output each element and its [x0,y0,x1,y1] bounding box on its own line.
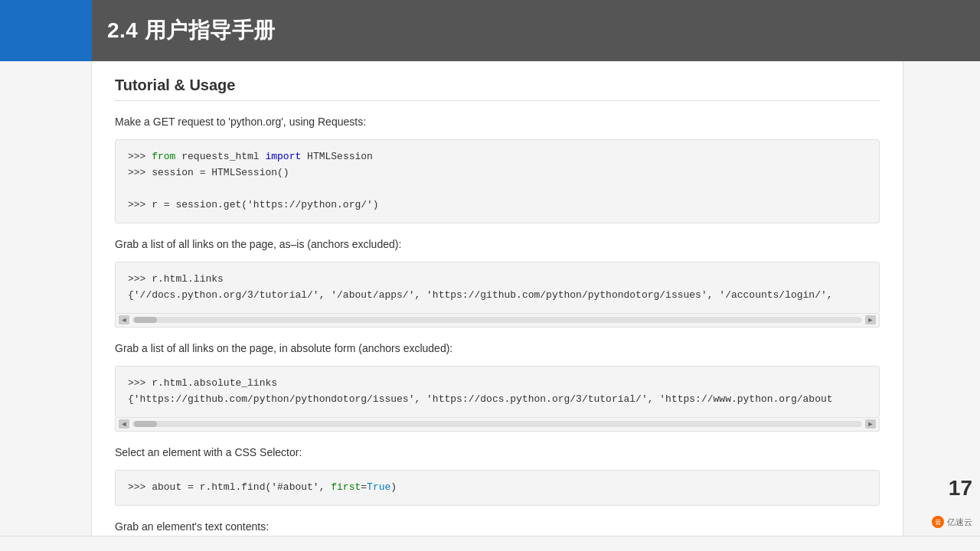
main-area: Tutorial & Usage Make a GET request to '… [0,61,980,536]
content-area: Tutorial & Usage Make a GET request to '… [92,61,903,536]
scrollbar-track[interactable] [132,317,862,323]
watermark-logo: 云 [932,516,944,528]
scroll-left-arrow[interactable]: ◄ [119,315,129,324]
page-number: 17 [949,476,972,500]
description-4: Select an element with a CSS Selector: [115,444,880,461]
right-panel: 17 云 亿速云 [903,61,980,536]
code-line: >>> session = HTMLSession() [128,165,867,181]
scrollbar-thumb-2 [134,421,157,427]
scroll-left-arrow-2[interactable]: ◄ [119,419,129,429]
scroll-right-arrow[interactable]: ► [865,315,876,324]
scrollbar-track-2[interactable] [132,421,862,427]
code-block-1: >>> from requests_html import HTMLSessio… [115,139,880,223]
header-title: 2.4 用户指导手册 [92,16,276,45]
code-block-2: >>> r.html.links {'//docs.python.org/3/t… [115,262,880,314]
scrollbar-2[interactable]: ◄ ► [115,314,880,328]
description-1: Make a GET request to 'python.org', usin… [115,113,880,130]
left-sidebar [0,61,92,536]
code-line [128,181,867,197]
watermark: 云 亿速云 [932,516,972,528]
code-line: >>> from requests_html import HTMLSessio… [128,149,867,165]
scroll-right-arrow-2[interactable]: ► [865,419,876,429]
description-5: Grab an element's text contents: [115,518,880,535]
code-line: >>> r.html.absolute_links [128,376,867,392]
code-line: {'//docs.python.org/3/tutorial/', '/abou… [128,288,867,304]
code-line: {'https://github.com/python/pythondotorg… [128,392,867,408]
scrollbar-3[interactable]: ◄ ► [115,418,880,432]
code-block-3: >>> r.html.absolute_links {'https://gith… [115,366,880,418]
description-3: Grab a list of all links on the page, in… [115,340,880,357]
section-title: Tutorial & Usage [115,77,880,101]
code-line: >>> about = r.html.find('#about', first=… [128,480,867,496]
header-blue-bar [0,0,92,61]
code-block-4: >>> about = r.html.find('#about', first=… [115,470,880,506]
header: 2.4 用户指导手册 [0,0,980,61]
code-line: >>> r.html.links [128,272,867,288]
watermark-text: 亿速云 [947,517,972,528]
bottom-bar [0,536,980,551]
code-line: >>> r = session.get('https://python.org/… [128,197,867,214]
scrollbar-thumb [134,317,157,323]
description-2: Grab a list of all links on the page, as… [115,236,880,253]
